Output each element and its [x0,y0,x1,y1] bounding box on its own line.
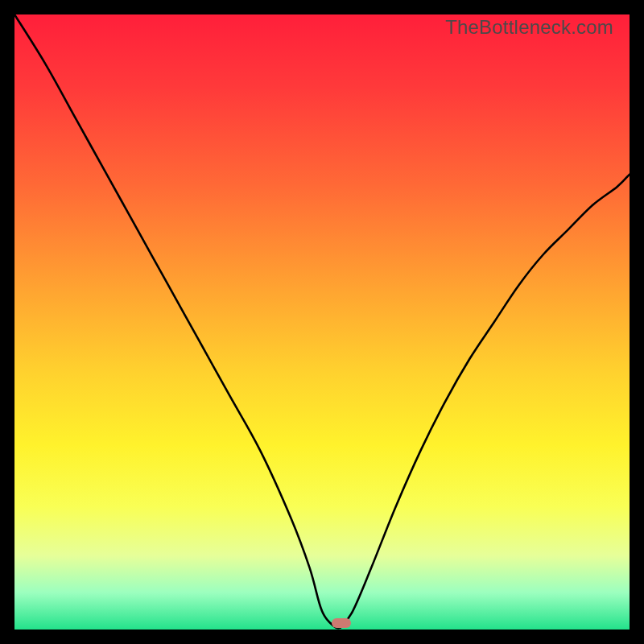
bottleneck-curve-left [14,14,341,628]
chart-frame: TheBottleneck.com [0,0,644,644]
optimum-marker [332,618,351,628]
plot-area: TheBottleneck.com [14,14,630,630]
bottleneck-curve-right [341,175,630,628]
curve-svg [14,14,630,630]
